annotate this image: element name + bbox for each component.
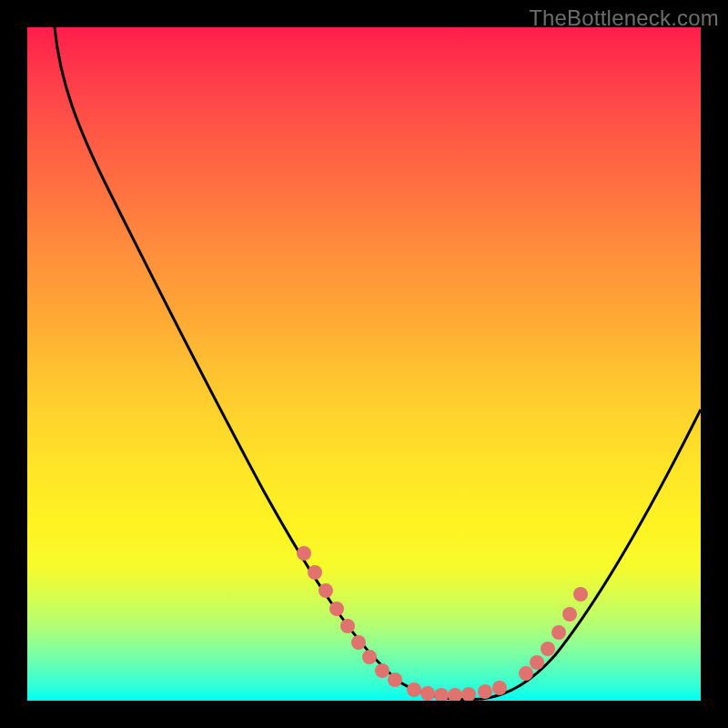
marker-dot [362, 650, 377, 664]
marker-dot [573, 587, 588, 602]
marker-dot [461, 687, 476, 701]
plot-area [27, 27, 701, 701]
marker-dot [551, 625, 566, 640]
marker-dot [492, 681, 507, 695]
marker-dot [388, 672, 402, 687]
marker-dot [562, 607, 577, 622]
bottleneck-curve [55, 27, 701, 700]
marker-dot [351, 635, 366, 650]
marker-dot [375, 663, 389, 678]
marker-dot [297, 546, 311, 561]
marker-dot [420, 686, 435, 701]
marker-dot [448, 688, 462, 701]
marker-dot [478, 684, 492, 699]
marker-dot [434, 688, 449, 701]
marker-dot [329, 602, 344, 616]
marker-dot [519, 666, 533, 681]
marker-dot [308, 565, 322, 580]
marker-dot [541, 642, 555, 656]
marker-dot [340, 619, 355, 633]
marker-dot [318, 583, 333, 598]
watermark-text: TheBottleneck.com [529, 5, 719, 31]
chart-frame: TheBottleneck.com [0, 0, 728, 728]
marker-dot [407, 682, 421, 697]
marker-dot [530, 655, 544, 670]
bottleneck-curve-svg [27, 27, 701, 701]
